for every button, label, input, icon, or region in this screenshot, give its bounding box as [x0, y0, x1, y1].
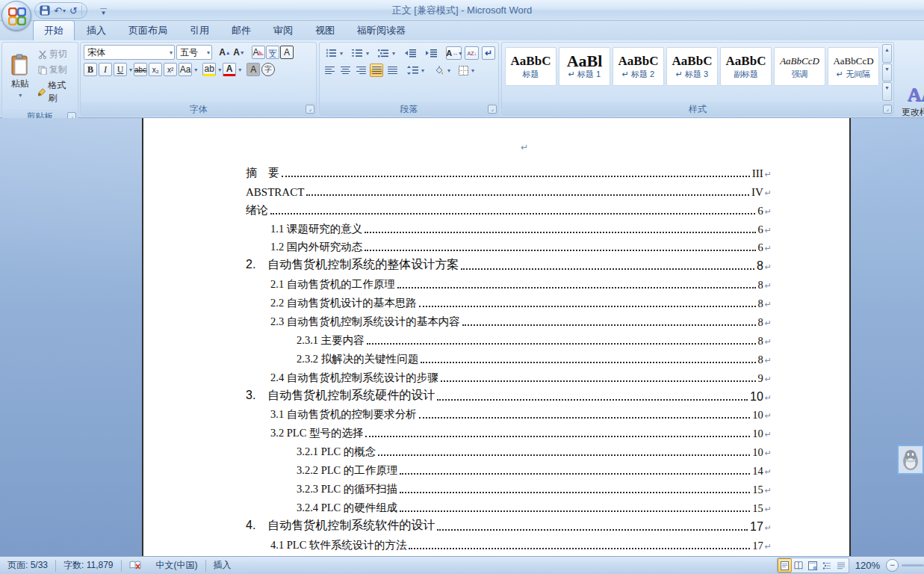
- bullets-button[interactable]: ▾: [323, 47, 346, 59]
- highlight-button[interactable]: ab: [202, 63, 216, 76]
- toc-entry[interactable]: 2.4 自动售货机控制系统设计的步骤9↵: [143, 366, 849, 385]
- undo-dropdown-caret[interactable]: ▾: [63, 7, 66, 14]
- toc-entry[interactable]: ABSTRACTIV↵: [143, 180, 849, 199]
- qat-customize-button[interactable]: —▾: [100, 6, 107, 15]
- show-hide-marks-button[interactable]: ↵: [482, 46, 495, 60]
- style-item-无间隔[interactable]: AaBbCcD↵ 无间隔: [828, 47, 879, 86]
- gallery-more-button[interactable]: ▼: [882, 82, 892, 101]
- highlight-caret[interactable]: ▾: [218, 67, 221, 73]
- font-size-combo[interactable]: 五号 ▾: [176, 45, 212, 60]
- numbering-caret[interactable]: ▾: [366, 50, 369, 57]
- line-spacing-caret[interactable]: ▾: [421, 67, 424, 74]
- decrease-indent-button[interactable]: [401, 47, 419, 59]
- zoom-level[interactable]: 120%: [855, 560, 880, 571]
- outline-view-button[interactable]: [820, 558, 834, 573]
- justify-button[interactable]: [370, 64, 383, 77]
- tab-引用[interactable]: 引用: [179, 21, 220, 40]
- print-layout-view-button[interactable]: [778, 558, 792, 573]
- toc-entry[interactable]: 2.2 自动售货机设计的基本思路8↵: [143, 291, 849, 310]
- office-button[interactable]: [1, 1, 31, 31]
- paste-button[interactable]: 粘贴 ▾: [5, 45, 35, 108]
- insert-mode-indicator[interactable]: 插入: [206, 557, 239, 574]
- toc-entry[interactable]: 2.1 自动售货机的工作原理8↵: [143, 273, 849, 291]
- toc-entry[interactable]: 3.2 PLC 型号的选择10↵: [143, 422, 849, 440]
- cut-button[interactable]: 剪切: [35, 46, 75, 62]
- tab-视图[interactable]: 视图: [305, 21, 345, 40]
- toc-entry[interactable]: 3.2.4 PLC 的硬件组成15↵: [143, 496, 849, 515]
- align-left-button[interactable]: [323, 64, 336, 77]
- shrink-font-button[interactable]: A▼: [232, 46, 246, 59]
- toc-entry[interactable]: 4. 自动售货机控制系统软件的设计17↵: [143, 515, 849, 534]
- word-count[interactable]: 字数: 11,879: [56, 557, 120, 574]
- toc-entry[interactable]: 3.2.1 PLC 的概念10↵: [143, 440, 849, 459]
- subscript-button[interactable]: x₂: [149, 63, 162, 76]
- numbering-button[interactable]: ▾: [349, 47, 372, 59]
- proofing-status[interactable]: [122, 557, 149, 574]
- style-item-标题[interactable]: AaBbC标题: [505, 47, 556, 86]
- gallery-scroll-down[interactable]: ▼: [882, 64, 892, 82]
- font-name-caret[interactable]: ▾: [170, 49, 173, 56]
- style-item-标题 2[interactable]: AaBbC↵ 标题 2: [613, 47, 664, 86]
- borders-button[interactable]: ▾: [456, 64, 477, 77]
- bold-button[interactable]: B: [84, 63, 97, 76]
- change-case-caret[interactable]: ▾: [194, 67, 197, 73]
- pinyin-guide-button[interactable]: wén文: [266, 46, 279, 59]
- toc-entry[interactable]: 2.3 自动售货机控制系统设计的基本内容8↵: [143, 310, 849, 329]
- tab-审阅[interactable]: 审阅: [263, 21, 303, 40]
- toc-entry[interactable]: 3.1 自动售货机的控制要求分析10↵: [143, 404, 849, 422]
- page-indicator[interactable]: 页面: 5/33: [0, 557, 55, 574]
- toc-entry[interactable]: 2.3.2 拟解决的关键性问题8↵: [143, 348, 849, 366]
- fullscreen-reading-view-button[interactable]: [792, 558, 806, 573]
- grow-font-button[interactable]: A▲: [218, 46, 232, 59]
- toc-entry[interactable]: 1.1 课题研究的意义6↵: [143, 217, 849, 236]
- multilevel-caret[interactable]: ▾: [392, 50, 395, 57]
- borders-caret[interactable]: ▾: [471, 67, 474, 74]
- paragraph-dialog-launcher[interactable]: ⌟: [488, 105, 497, 114]
- zoom-slider[interactable]: [902, 564, 924, 567]
- qq-dock-icon[interactable]: [897, 445, 924, 475]
- tab-开始[interactable]: 开始: [33, 20, 75, 40]
- draft-view-button[interactable]: [834, 558, 849, 573]
- tab-邮件[interactable]: 邮件: [221, 21, 261, 40]
- shading-button[interactable]: ▾: [431, 64, 453, 77]
- superscript-button[interactable]: x²: [164, 63, 177, 76]
- font-size-caret[interactable]: ▾: [207, 49, 210, 56]
- character-border-button[interactable]: A: [280, 46, 294, 59]
- font-name-combo[interactable]: 宋体 ▾: [84, 45, 175, 60]
- toc-entry[interactable]: 4.1 PLC 软件系统设计的方法17↵: [143, 534, 849, 552]
- bullets-caret[interactable]: ▾: [340, 50, 343, 57]
- strikethrough-button[interactable]: abc: [134, 63, 147, 76]
- undo-button[interactable]: ↶▾: [54, 5, 66, 16]
- copy-button[interactable]: 复制: [35, 62, 75, 78]
- tab-页面布局[interactable]: 页面布局: [118, 21, 178, 40]
- line-spacing-button[interactable]: ▾: [404, 64, 427, 76]
- zoom-out-button[interactable]: −: [886, 559, 899, 572]
- italic-button[interactable]: I: [99, 63, 112, 76]
- toc-entry[interactable]: 3.2.2 PLC 的工作原理14↵: [143, 459, 849, 478]
- style-item-标题 1[interactable]: AaBl↵ 标题 1: [559, 47, 610, 86]
- redo-button[interactable]: ↺: [69, 5, 78, 16]
- clear-formatting-button[interactable]: A◣: [252, 46, 265, 59]
- toc-entry[interactable]: 1.2 国内外研究动态6↵: [143, 236, 849, 255]
- tab-插入[interactable]: 插入: [76, 21, 117, 40]
- toc-entry[interactable]: 绪论6↵: [143, 199, 849, 217]
- shading-caret[interactable]: ▾: [447, 67, 450, 74]
- font-dialog-launcher[interactable]: ⌟: [306, 105, 314, 114]
- increase-indent-button[interactable]: [422, 47, 440, 59]
- styles-dialog-launcher[interactable]: ⌟: [883, 105, 892, 114]
- paste-dropdown-caret[interactable]: ▾: [19, 92, 22, 99]
- toc-entry[interactable]: 2.3.1 主要内容8↵: [143, 329, 849, 348]
- font-color-button[interactable]: A: [223, 63, 236, 76]
- character-shading-button[interactable]: A: [246, 63, 260, 76]
- gallery-scroll-up[interactable]: ▲: [882, 44, 892, 63]
- change-case-button[interactable]: Aa: [179, 63, 192, 76]
- language-indicator[interactable]: 中文(中国): [149, 557, 205, 574]
- align-center-button[interactable]: [338, 64, 352, 77]
- style-item-强调[interactable]: AaBbCcD强调: [774, 47, 825, 86]
- document-page[interactable]: ↵ 摘 要III↵ABSTRACTIV↵绪论6↵1.1 课题研究的意义6↵1.2…: [142, 118, 851, 556]
- toc-entry[interactable]: 3. 自动售货机控制系统硬件的设计10↵: [143, 385, 849, 404]
- sort-button[interactable]: AZ↓: [465, 46, 479, 60]
- underline-button[interactable]: U: [114, 63, 127, 76]
- underline-caret[interactable]: ▾: [129, 67, 132, 73]
- toc-entry[interactable]: 摘 要III↵: [143, 161, 849, 180]
